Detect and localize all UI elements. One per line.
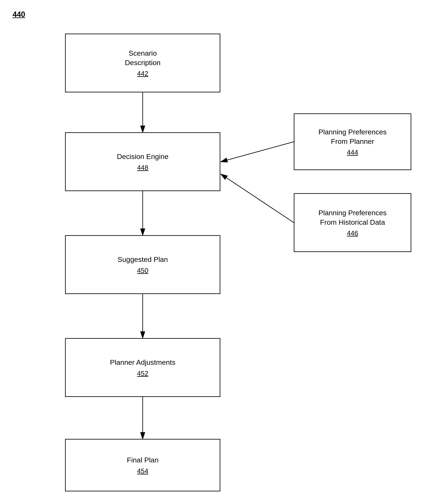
planner-adjustments-ref: 452: [137, 369, 148, 377]
suggested-plan-box: Suggested Plan 450: [65, 235, 220, 294]
arrow-prefs-planner-to-decision: [221, 142, 294, 162]
final-plan-title: Final Plan: [127, 455, 158, 465]
scenario-description-box: ScenarioDescription 442: [65, 34, 220, 92]
scenario-description-ref: 442: [137, 70, 148, 78]
arrow-prefs-historical-to-decision: [221, 174, 294, 223]
diagram-container: 440 ScenarioDescription 442 Decision Eng…: [0, 0, 435, 504]
diagram-label: 440: [13, 10, 25, 19]
final-plan-box: Final Plan 454: [65, 439, 220, 491]
planning-prefs-historical-title: Planning PreferencesFrom Historical Data: [318, 208, 387, 227]
suggested-plan-ref: 450: [137, 267, 148, 274]
decision-engine-box: Decision Engine 448: [65, 132, 220, 191]
planning-prefs-planner-ref: 444: [347, 148, 358, 156]
decision-engine-ref: 448: [137, 164, 148, 171]
final-plan-ref: 454: [137, 467, 148, 475]
planning-prefs-planner-title: Planning PreferencesFrom Planner: [318, 127, 387, 146]
suggested-plan-title: Suggested Plan: [118, 255, 168, 264]
decision-engine-title: Decision Engine: [117, 152, 168, 161]
planner-adjustments-title: Planner Adjustments: [110, 358, 175, 367]
planning-prefs-planner-box: Planning PreferencesFrom Planner 444: [294, 113, 411, 170]
planning-prefs-historical-ref: 446: [347, 229, 358, 237]
planning-prefs-historical-box: Planning PreferencesFrom Historical Data…: [294, 193, 411, 252]
planner-adjustments-box: Planner Adjustments 452: [65, 338, 220, 397]
scenario-description-title: ScenarioDescription: [125, 48, 161, 67]
